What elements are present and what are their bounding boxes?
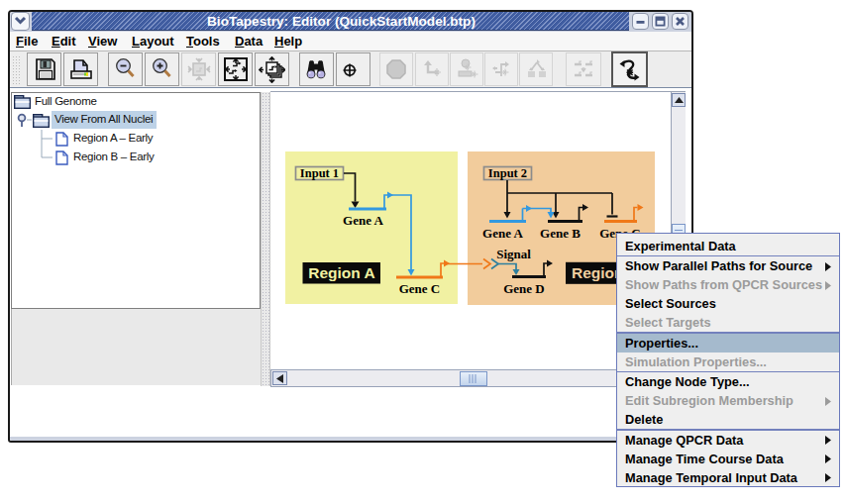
svg-text:Input 1: Input 1 <box>300 166 339 180</box>
svg-text:Gene B: Gene B <box>540 226 581 241</box>
svg-text:Gene A: Gene A <box>343 213 383 228</box>
svg-text:Region A: Region A <box>308 264 374 281</box>
svg-text:Gene D: Gene D <box>503 281 545 296</box>
svg-text:Gene C: Gene C <box>399 281 441 296</box>
svg-text:Gene A: Gene A <box>482 226 523 241</box>
svg-text:Signal: Signal <box>496 247 531 261</box>
svg-text:Input 2: Input 2 <box>488 166 527 180</box>
